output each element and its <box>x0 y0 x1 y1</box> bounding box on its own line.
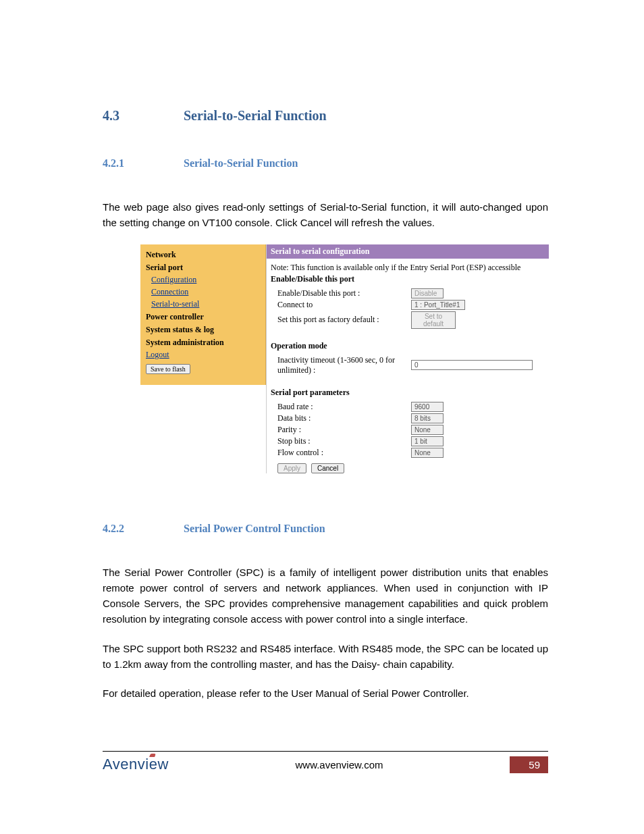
flow-select[interactable]: None <box>411 448 444 458</box>
brand-logo: Avenview <box>103 756 169 773</box>
cancel-button[interactable]: Cancel <box>311 463 344 473</box>
enable-label: Enable/Disable this port : <box>277 288 411 298</box>
sidebar-link-connection[interactable]: Connection <box>151 287 260 297</box>
note-text: Note: This function is available only if… <box>271 263 549 273</box>
heading-4-2-2: 4.2.2Serial Power Control Function <box>103 523 548 535</box>
sidebar-network: Network <box>146 250 260 260</box>
footer-url: www.avenview.com <box>296 759 383 771</box>
set-to-default-button[interactable]: Set to default <box>411 311 456 329</box>
heading-title: Serial-to-Serial Function <box>184 108 327 123</box>
paragraph-422a: The Serial Power Controller (SPC) is a f… <box>103 565 548 627</box>
databits-label: Data bits : <box>277 413 411 423</box>
paragraph-422c: For detailed operation, please refer to … <box>103 685 548 701</box>
heading-title: Serial-to-Serial Function <box>184 157 298 169</box>
sidebar-link-serial-to-serial[interactable]: Serial-to-serial <box>151 299 260 309</box>
paragraph-421: The web page also gives read-only settin… <box>103 199 548 231</box>
heading-4-3: 4.3Serial-to-Serial Function <box>103 108 548 124</box>
parity-label: Parity : <box>277 425 411 435</box>
sidebar-power-controller: Power controller <box>146 312 260 322</box>
databits-select[interactable]: 8 bits <box>411 413 444 423</box>
inactivity-input[interactable]: 0 <box>411 360 533 370</box>
parity-select[interactable]: None <box>411 425 444 435</box>
screenshot-figure: Network Serial port Configuration Connec… <box>140 244 548 482</box>
heading-4-2-1: 4.2.1Serial-to-Serial Function <box>103 157 548 170</box>
serial-port-params-title: Serial port parameters <box>271 388 549 398</box>
heading-number: 4.3 <box>103 108 184 124</box>
heading-number: 4.2.2 <box>103 523 184 535</box>
save-to-flash-button[interactable]: Save to flash <box>146 364 190 374</box>
enable-section-title: Enable/Disable this port <box>271 274 549 284</box>
operation-mode-title: Operation mode <box>271 341 549 351</box>
stopbits-label: Stop bits : <box>277 436 411 446</box>
apply-button[interactable]: Apply <box>277 463 306 473</box>
sidebar-status-log: System status & log <box>146 325 260 335</box>
sidebar-serial-port: Serial port <box>146 263 260 273</box>
sidebar: Network Serial port Configuration Connec… <box>140 244 266 385</box>
sidebar-sys-admin: System administration <box>146 338 260 348</box>
connect-to-select[interactable]: 1 : Port_Title#1 <box>411 300 465 310</box>
page-footer: Avenview www.avenview.com 59 <box>103 751 548 773</box>
panel-titlebar: Serial to serial configuration <box>267 244 549 259</box>
factory-default-label: Set this port as factory default : <box>277 315 411 325</box>
inactivity-label: Inactivity timeout (1-3600 sec, 0 for un… <box>277 355 411 375</box>
connect-to-label: Connect to <box>277 300 411 310</box>
sidebar-link-configuration[interactable]: Configuration <box>151 275 260 285</box>
page-number: 59 <box>510 756 548 773</box>
config-panel: Serial to serial configuration Note: Thi… <box>266 244 549 473</box>
paragraph-422b: The SPC support both RS232 and RS485 int… <box>103 641 548 673</box>
enable-select[interactable]: Disable <box>411 288 444 298</box>
sidebar-link-logout[interactable]: Logout <box>146 350 260 360</box>
baud-select[interactable]: 9600 <box>411 402 444 412</box>
stopbits-select[interactable]: 1 bit <box>411 436 444 446</box>
baud-label: Baud rate : <box>277 402 411 412</box>
flow-label: Flow control : <box>277 448 411 458</box>
heading-number: 4.2.1 <box>103 157 184 170</box>
heading-title: Serial Power Control Function <box>184 523 325 534</box>
